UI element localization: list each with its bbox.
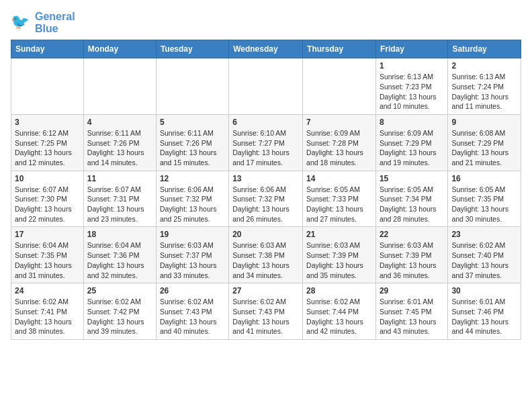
calendar-cell: 21Sunrise: 6:03 AM Sunset: 7:39 PM Dayli…: [303, 227, 376, 283]
cell-info-text: Sunrise: 6:02 AM Sunset: 7:41 PM Dayligh…: [15, 297, 80, 336]
cell-day-number: 11: [87, 174, 152, 183]
calendar-cell: 23Sunrise: 6:02 AM Sunset: 7:40 PM Dayli…: [448, 227, 521, 283]
calendar-cell: 16Sunrise: 6:05 AM Sunset: 7:35 PM Dayli…: [448, 171, 521, 227]
cell-day-number: 1: [380, 61, 444, 71]
calendar-cell: 12Sunrise: 6:06 AM Sunset: 7:32 PM Dayli…: [156, 171, 228, 227]
cell-info-text: Sunrise: 6:02 AM Sunset: 7:42 PM Dayligh…: [87, 297, 152, 336]
cell-day-number: 25: [87, 286, 152, 295]
cell-day-number: 6: [232, 118, 299, 127]
calendar-cell: [303, 58, 376, 115]
cell-day-number: 19: [160, 230, 225, 239]
cell-info-text: Sunrise: 6:02 AM Sunset: 7:40 PM Dayligh…: [451, 240, 517, 280]
cell-info-text: Sunrise: 6:03 AM Sunset: 7:39 PM Dayligh…: [380, 240, 444, 280]
cell-info-text: Sunrise: 6:12 AM Sunset: 7:25 PM Dayligh…: [15, 128, 80, 168]
calendar-cell: 29Sunrise: 6:01 AM Sunset: 7:45 PM Dayli…: [375, 283, 447, 340]
cell-day-number: 8: [380, 118, 444, 127]
calendar-cell: 19Sunrise: 6:03 AM Sunset: 7:37 PM Dayli…: [156, 227, 228, 283]
cell-day-number: 29: [380, 286, 444, 295]
cell-info-text: Sunrise: 6:05 AM Sunset: 7:34 PM Dayligh…: [380, 185, 444, 224]
calendar-week-row: 10Sunrise: 6:07 AM Sunset: 7:30 PM Dayli…: [11, 171, 521, 227]
logo-icon: 🐦: [11, 12, 32, 34]
cell-info-text: Sunrise: 6:08 AM Sunset: 7:29 PM Dayligh…: [451, 128, 517, 168]
cell-day-number: 3: [15, 118, 80, 127]
calendar-week-row: 17Sunrise: 6:04 AM Sunset: 7:35 PM Dayli…: [11, 227, 521, 283]
cell-info-text: Sunrise: 6:04 AM Sunset: 7:36 PM Dayligh…: [87, 240, 152, 280]
cell-day-number: 27: [232, 286, 299, 295]
calendar-cell: 13Sunrise: 6:06 AM Sunset: 7:32 PM Dayli…: [229, 171, 303, 227]
calendar-cell: 8Sunrise: 6:09 AM Sunset: 7:29 PM Daylig…: [375, 114, 447, 171]
calendar-cell: 28Sunrise: 6:02 AM Sunset: 7:44 PM Dayli…: [303, 283, 376, 340]
calendar-cell: 22Sunrise: 6:03 AM Sunset: 7:39 PM Dayli…: [375, 227, 447, 283]
cell-day-number: 21: [306, 230, 372, 239]
cell-info-text: Sunrise: 6:03 AM Sunset: 7:39 PM Dayligh…: [306, 240, 372, 280]
cell-day-number: 7: [306, 118, 372, 127]
calendar-header-row: SundayMondayTuesdayWednesdayThursdayFrid…: [11, 40, 521, 58]
cell-day-number: 28: [306, 286, 372, 295]
cell-info-text: Sunrise: 6:07 AM Sunset: 7:30 PM Dayligh…: [15, 185, 80, 224]
cell-day-number: 26: [160, 286, 225, 295]
calendar-cell: 30Sunrise: 6:01 AM Sunset: 7:46 PM Dayli…: [448, 283, 521, 340]
calendar-cell: 24Sunrise: 6:02 AM Sunset: 7:41 PM Dayli…: [11, 283, 84, 340]
calendar-cell: 9Sunrise: 6:08 AM Sunset: 7:29 PM Daylig…: [448, 114, 521, 171]
calendar-week-row: 1Sunrise: 6:13 AM Sunset: 7:23 PM Daylig…: [11, 58, 521, 115]
calendar-week-row: 3Sunrise: 6:12 AM Sunset: 7:25 PM Daylig…: [11, 114, 521, 171]
weekday-header-saturday: Saturday: [448, 40, 521, 58]
calendar-cell: 2Sunrise: 6:13 AM Sunset: 7:24 PM Daylig…: [448, 58, 521, 115]
calendar-cell: [11, 58, 84, 115]
cell-day-number: 18: [87, 230, 152, 239]
calendar-cell: 1Sunrise: 6:13 AM Sunset: 7:23 PM Daylig…: [375, 58, 447, 115]
weekday-header-wednesday: Wednesday: [229, 40, 303, 58]
cell-day-number: 24: [15, 286, 80, 295]
cell-info-text: Sunrise: 6:06 AM Sunset: 7:32 PM Dayligh…: [160, 185, 225, 224]
calendar-cell: 5Sunrise: 6:11 AM Sunset: 7:26 PM Daylig…: [156, 114, 228, 171]
cell-info-text: Sunrise: 6:10 AM Sunset: 7:27 PM Dayligh…: [232, 128, 299, 168]
calendar-cell: 15Sunrise: 6:05 AM Sunset: 7:34 PM Dayli…: [375, 171, 447, 227]
cell-info-text: Sunrise: 6:11 AM Sunset: 7:26 PM Dayligh…: [160, 128, 225, 168]
cell-day-number: 12: [160, 174, 225, 183]
cell-info-text: Sunrise: 6:03 AM Sunset: 7:38 PM Dayligh…: [232, 240, 299, 280]
cell-day-number: 4: [87, 118, 152, 127]
cell-info-text: Sunrise: 6:02 AM Sunset: 7:43 PM Dayligh…: [232, 297, 299, 336]
cell-info-text: Sunrise: 6:01 AM Sunset: 7:46 PM Dayligh…: [451, 297, 517, 336]
weekday-header-sunday: Sunday: [11, 40, 84, 58]
page-header: 🐦 General Blue: [11, 11, 521, 34]
weekday-header-monday: Monday: [83, 40, 156, 58]
cell-day-number: 30: [451, 286, 517, 295]
cell-info-text: Sunrise: 6:13 AM Sunset: 7:23 PM Dayligh…: [380, 72, 444, 111]
svg-text:🐦: 🐦: [11, 13, 30, 31]
cell-day-number: 17: [15, 230, 80, 239]
logo: 🐦 General Blue: [11, 11, 75, 34]
calendar-cell: 6Sunrise: 6:10 AM Sunset: 7:27 PM Daylig…: [229, 114, 303, 171]
calendar-cell: 10Sunrise: 6:07 AM Sunset: 7:30 PM Dayli…: [11, 171, 84, 227]
cell-day-number: 22: [380, 230, 444, 239]
cell-info-text: Sunrise: 6:05 AM Sunset: 7:35 PM Dayligh…: [451, 185, 517, 224]
cell-day-number: 16: [451, 174, 517, 183]
cell-info-text: Sunrise: 6:09 AM Sunset: 7:29 PM Dayligh…: [380, 128, 444, 168]
cell-info-text: Sunrise: 6:11 AM Sunset: 7:26 PM Dayligh…: [87, 128, 152, 168]
calendar-cell: 11Sunrise: 6:07 AM Sunset: 7:31 PM Dayli…: [83, 171, 156, 227]
calendar-cell: 25Sunrise: 6:02 AM Sunset: 7:42 PM Dayli…: [83, 283, 156, 340]
calendar-cell: 18Sunrise: 6:04 AM Sunset: 7:36 PM Dayli…: [83, 227, 156, 283]
calendar-cell: 7Sunrise: 6:09 AM Sunset: 7:28 PM Daylig…: [303, 114, 376, 171]
cell-day-number: 2: [451, 61, 517, 71]
cell-info-text: Sunrise: 6:05 AM Sunset: 7:33 PM Dayligh…: [306, 185, 372, 224]
cell-day-number: 15: [380, 174, 444, 183]
calendar-cell: 27Sunrise: 6:02 AM Sunset: 7:43 PM Dayli…: [229, 283, 303, 340]
calendar-table: SundayMondayTuesdayWednesdayThursdayFrid…: [11, 40, 521, 340]
cell-day-number: 13: [232, 174, 299, 183]
calendar-cell: 17Sunrise: 6:04 AM Sunset: 7:35 PM Dayli…: [11, 227, 84, 283]
calendar-cell: [156, 58, 228, 115]
cell-info-text: Sunrise: 6:02 AM Sunset: 7:44 PM Dayligh…: [306, 297, 372, 336]
logo-text: General Blue: [35, 11, 75, 34]
cell-info-text: Sunrise: 6:07 AM Sunset: 7:31 PM Dayligh…: [87, 185, 152, 224]
cell-day-number: 10: [15, 174, 80, 183]
cell-day-number: 5: [160, 118, 225, 127]
calendar-cell: 20Sunrise: 6:03 AM Sunset: 7:38 PM Dayli…: [229, 227, 303, 283]
cell-info-text: Sunrise: 6:03 AM Sunset: 7:37 PM Dayligh…: [160, 240, 225, 280]
calendar-cell: [229, 58, 303, 115]
weekday-header-thursday: Thursday: [303, 40, 376, 58]
calendar-cell: 3Sunrise: 6:12 AM Sunset: 7:25 PM Daylig…: [11, 114, 84, 171]
calendar-cell: 26Sunrise: 6:02 AM Sunset: 7:43 PM Dayli…: [156, 283, 228, 340]
cell-info-text: Sunrise: 6:13 AM Sunset: 7:24 PM Dayligh…: [451, 72, 517, 111]
calendar-week-row: 24Sunrise: 6:02 AM Sunset: 7:41 PM Dayli…: [11, 283, 521, 340]
